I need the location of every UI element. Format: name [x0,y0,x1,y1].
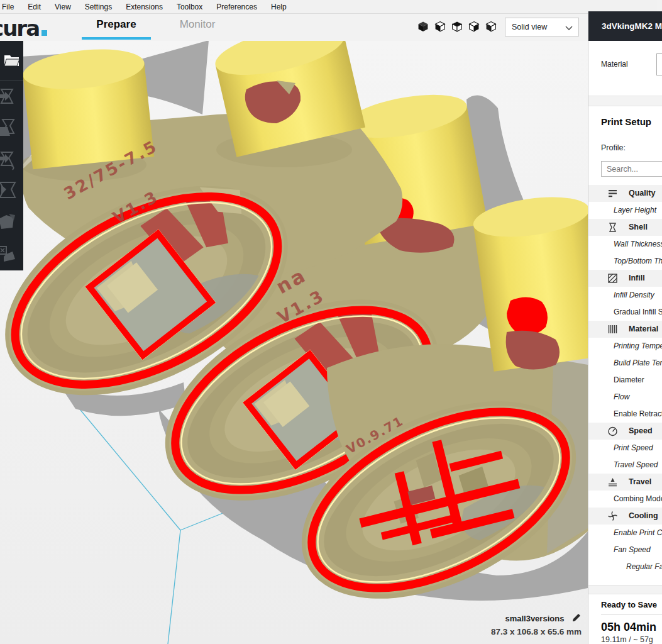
status-separator [588,585,662,594]
tab-prepare[interactable]: Prepare [82,18,151,31]
move-tool-icon [0,86,18,108]
menu-help[interactable]: Help [264,3,294,11]
setting-combing-mode: Combing Mode [588,491,662,508]
menu-preferences[interactable]: Preferences [209,3,264,11]
speed-icon [607,426,618,436]
setting-printing-temperature: Printing Temperature [588,338,662,355]
cura-logo: cura [0,16,47,41]
printer-selector[interactable]: 3dVkingMK2 M5 [588,11,662,41]
settings-search-input[interactable] [601,161,662,177]
per-model-settings-button[interactable] [0,206,23,238]
material-usage-estimate: 19.11m / ~ 57g [601,635,662,644]
cooling-icon [607,511,618,521]
job-info: small3versions 87.3 x 106.8 x 65.6 mm [380,613,582,636]
print-setup-heading: Print Setup [601,116,662,127]
infill-icon [607,273,618,284]
top-bar: cura Prepare Monitor So [0,14,662,41]
job-name: small3versions [505,614,564,623]
view-left-icon[interactable] [468,21,480,32]
edit-pencil-icon[interactable] [571,613,582,623]
scale-tool-icon [0,117,18,140]
print-setup-section: Print Setup Profile: Quality Layer Heigh… [588,106,662,575]
support-blocker-button[interactable] [0,238,23,269]
open-folder-icon [3,53,21,68]
settings-panel: 3dVkingMK2 M5 Material Print Setup Profi… [588,11,662,644]
logo-dot-icon [41,30,47,36]
menu-toolbox[interactable]: Toolbox [170,3,209,11]
view-top-icon[interactable] [451,21,463,32]
mirror-tool-icon [0,180,18,203]
chevron-down-icon [565,26,573,31]
category-cooling[interactable]: Cooling [588,508,662,525]
setting-print-speed: Print Speed [588,440,662,457]
travel-icon [607,477,618,487]
setting-build-plate-temperature: Build Plate Temperature [588,355,662,372]
menu-view[interactable]: View [48,3,78,11]
material-dropdown[interactable] [656,53,662,75]
print-time-estimate: 05h 04min [601,621,662,634]
menu-file[interactable]: File [0,3,21,11]
profile-label: Profile: [601,143,662,152]
view-right-icon[interactable] [485,21,497,32]
status-ready-text: Ready to Save [601,600,662,609]
per-model-settings-icon [0,211,18,234]
view-mode-dropdown[interactable]: Solid view [505,18,579,36]
setting-enable-print-cooling: Enable Print Cooling [588,525,662,541]
support-blocker-icon [0,243,18,265]
status-divider [601,614,662,615]
category-shell[interactable]: Shell [588,219,662,236]
move-tool-button[interactable] [0,80,23,112]
material-icon [607,324,618,335]
setting-travel-speed: Travel Speed [588,457,662,474]
setting-fan-speed: Fan Speed [588,541,662,558]
menu-extensions[interactable]: Extensions [119,3,170,11]
scale-tool-button[interactable] [0,112,23,143]
shell-icon [607,222,618,233]
setting-layer-height: Layer Height [588,202,662,219]
setting-wall-thickness: Wall Thickness [588,236,662,253]
setting-gradual-infill-steps: Gradual Infill Steps [588,304,662,321]
menu-settings[interactable]: Settings [78,3,119,11]
material-row: Material [588,41,662,96]
setting-infill-density: Infill Density [588,287,662,304]
section-separator [588,96,662,106]
category-quality[interactable]: Quality [588,185,662,202]
rotate-tool-icon [0,148,18,171]
category-speed[interactable]: Speed [588,423,662,440]
setting-diameter: Diameter [588,372,662,389]
rotate-tool-button[interactable] [0,143,23,175]
view-3d-icon[interactable] [417,21,429,32]
job-dimensions: 87.3 x 106.8 x 65.6 mm [380,627,582,636]
setting-enable-retraction: Enable Retraction [588,406,662,423]
setting-regular-fan-speed: Regular Fan Speed [588,558,662,575]
tab-monitor[interactable]: Monitor [168,18,226,31]
material-label: Material [601,60,628,69]
print-status-section: Ready to Save 05h 04min 19.11m / ~ 57g [588,585,662,644]
camera-preset-toolbar [417,21,497,32]
menu-bar: File Edit View Settings Extensions Toolb… [0,0,657,14]
settings-rows: Quality Layer Height Shell Wall Thicknes… [588,185,662,575]
left-toolbar [0,41,23,270]
menu-edit[interactable]: Edit [21,3,48,11]
category-travel[interactable]: Travel [588,474,662,491]
category-infill[interactable]: Infill [588,270,662,287]
quality-icon [607,188,618,199]
active-tab-underline [82,37,151,40]
open-file-button[interactable] [0,41,23,80]
view-front-icon[interactable] [434,21,446,32]
setting-flow: Flow [588,389,662,406]
viewport-3d[interactable]: 32/75-7.5 V1.3 na V1.3 [0,41,588,644]
category-material[interactable]: Material [588,321,662,338]
setting-top-bottom-thickness: Top/Bottom Thickness [588,253,662,270]
view-mode-value: Solid view [512,23,547,31]
mirror-tool-button[interactable] [0,175,23,206]
